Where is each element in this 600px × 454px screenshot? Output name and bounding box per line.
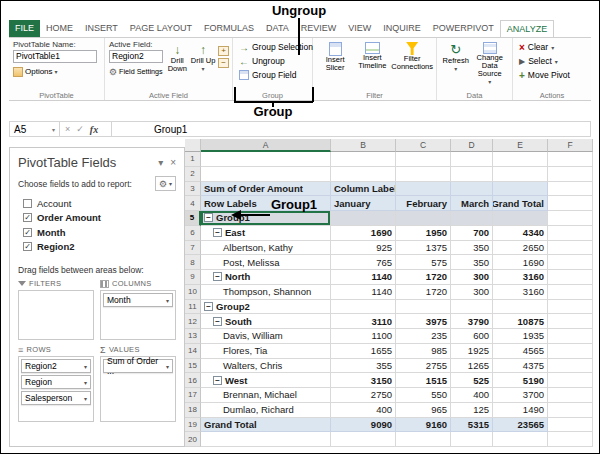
group-selection-button[interactable]: → Group Selection	[237, 40, 309, 54]
cell-A18[interactable]: Dumlao, Richard	[201, 403, 331, 418]
cell-A10[interactable]: Thompson, Shannon	[201, 285, 331, 300]
cell-A16[interactable]: −West	[201, 373, 331, 388]
row-header-13[interactable]: 13	[185, 329, 201, 344]
cell-A15[interactable]: Walters, Chris	[201, 359, 331, 374]
cell-D15[interactable]: 1265	[451, 359, 493, 374]
cell-B5[interactable]	[331, 211, 396, 226]
column-header-f[interactable]: F	[548, 139, 593, 152]
cell-D17[interactable]: 400	[451, 388, 493, 403]
cell-A2[interactable]	[201, 167, 331, 182]
filters-area[interactable]: FILTERS	[18, 279, 94, 340]
row-header-2[interactable]: 2	[185, 167, 201, 182]
tools-button[interactable]: ⚙ ▾	[155, 176, 176, 191]
chevron-down-icon[interactable]: ▾	[84, 395, 87, 402]
cell-D8[interactable]: 350	[451, 255, 493, 270]
chevron-down-icon[interactable]: ▾	[84, 363, 87, 370]
collapse-icon[interactable]: −	[204, 213, 213, 222]
cell-C18[interactable]: 965	[396, 403, 451, 418]
column-header-d[interactable]: D	[451, 139, 493, 152]
cell-D12[interactable]: 3790	[451, 314, 493, 329]
cell-E17[interactable]: 3700	[493, 388, 548, 403]
cell-B10[interactable]: 1140	[331, 285, 396, 300]
cell-F18[interactable]	[548, 403, 593, 418]
change-data-source-button[interactable]: Change Data Source ▾	[470, 40, 509, 91]
cell-A8[interactable]: Post, Melissa	[201, 255, 331, 270]
cell-F12[interactable]	[548, 314, 593, 329]
values-area[interactable]: ΣVALUES Sum of Order ...▾	[100, 345, 176, 422]
cell-E10[interactable]: 3160	[493, 285, 548, 300]
tab-data[interactable]: DATA	[260, 20, 295, 37]
cell-D6[interactable]: 700	[451, 226, 493, 241]
cell-E15[interactable]: 4375	[493, 359, 548, 374]
cell-A4[interactable]: Row Labels	[201, 196, 331, 211]
cell-D19[interactable]: 5315	[451, 418, 493, 433]
cell-C16[interactable]: 1515	[396, 373, 451, 388]
cell-B17[interactable]: 2750	[331, 388, 396, 403]
select-button[interactable]: ▶ Select ▾	[517, 54, 588, 68]
cell-F1[interactable]	[548, 152, 593, 167]
cell-D20[interactable]	[451, 432, 493, 447]
cell-D14[interactable]: 1925	[451, 344, 493, 359]
cell-A5[interactable]: −Group1	[201, 211, 331, 226]
cell-B3[interactable]: Column Labels▾	[331, 182, 396, 197]
cell-C1[interactable]	[396, 152, 451, 167]
row-header-6[interactable]: 6	[185, 226, 201, 241]
cell-A17[interactable]: Brennan, Michael	[201, 388, 331, 403]
row-header-16[interactable]: 16	[185, 373, 201, 388]
cell-F13[interactable]	[548, 329, 593, 344]
cell-C11[interactable]	[396, 300, 451, 315]
cell-A11[interactable]: −Group2	[201, 300, 331, 315]
collapse-icon[interactable]: −	[213, 376, 222, 385]
close-icon[interactable]: ×	[170, 157, 176, 168]
cell-D4[interactable]: March	[451, 196, 493, 211]
cell-F19[interactable]	[548, 418, 593, 433]
cell-F3[interactable]	[548, 182, 593, 197]
row-header-18[interactable]: 18	[185, 403, 201, 418]
cell-F7[interactable]	[548, 241, 593, 256]
enter-icon[interactable]: ✓	[76, 124, 84, 134]
checkbox[interactable]: ✓	[23, 242, 32, 251]
cell-C4[interactable]: February	[396, 196, 451, 211]
cell-D3[interactable]	[451, 182, 493, 197]
cell-C2[interactable]	[396, 167, 451, 182]
cell-D2[interactable]	[451, 167, 493, 182]
cell-A12[interactable]: −South	[201, 314, 331, 329]
cell-C8[interactable]: 575	[396, 255, 451, 270]
cell-E3[interactable]	[493, 182, 548, 197]
cell-C19[interactable]: 9160	[396, 418, 451, 433]
cell-B1[interactable]	[331, 152, 396, 167]
cell-C12[interactable]: 3975	[396, 314, 451, 329]
field-item[interactable]: ✓Order Amount	[20, 211, 174, 226]
cell-B16[interactable]: 3150	[331, 373, 396, 388]
pane-options-icon[interactable]: ▾	[158, 157, 163, 168]
cell-A14[interactable]: Flores, Tia	[201, 344, 331, 359]
collapse-icon[interactable]: −	[204, 302, 213, 311]
tab-analyze[interactable]: ANALYZE	[500, 20, 554, 37]
row-header-9[interactable]: 9	[185, 270, 201, 285]
cell-C5[interactable]	[396, 211, 451, 226]
cell-B18[interactable]: 400	[331, 403, 396, 418]
cell-D1[interactable]	[451, 152, 493, 167]
column-header-a[interactable]: A	[201, 139, 331, 152]
area-field-chip[interactable]: Region▾	[21, 375, 91, 389]
cell-C10[interactable]: 1720	[396, 285, 451, 300]
cell-D5[interactable]	[451, 211, 493, 226]
cell-E1[interactable]	[493, 152, 548, 167]
cell-A3[interactable]: Sum of Order Amount	[201, 182, 331, 197]
cell-D9[interactable]: 300	[451, 270, 493, 285]
cell-E7[interactable]: 2650	[493, 241, 548, 256]
row-header-7[interactable]: 7	[185, 241, 201, 256]
cell-E16[interactable]: 5190	[493, 373, 548, 388]
cell-F6[interactable]	[548, 226, 593, 241]
cell-D16[interactable]: 525	[451, 373, 493, 388]
cell-B9[interactable]: 1140	[331, 270, 396, 285]
row-header-14[interactable]: 14	[185, 344, 201, 359]
cell-F2[interactable]	[548, 167, 593, 182]
chevron-down-icon[interactable]: ▾	[84, 379, 87, 386]
cell-E9[interactable]: 3160	[493, 270, 548, 285]
insert-timeline-button[interactable]: Insert Timeline	[353, 40, 391, 91]
cell-B14[interactable]: 1655	[331, 344, 396, 359]
cell-F20[interactable]	[548, 432, 593, 447]
cell-B11[interactable]	[331, 300, 396, 315]
field-item[interactable]: Account	[20, 196, 174, 211]
